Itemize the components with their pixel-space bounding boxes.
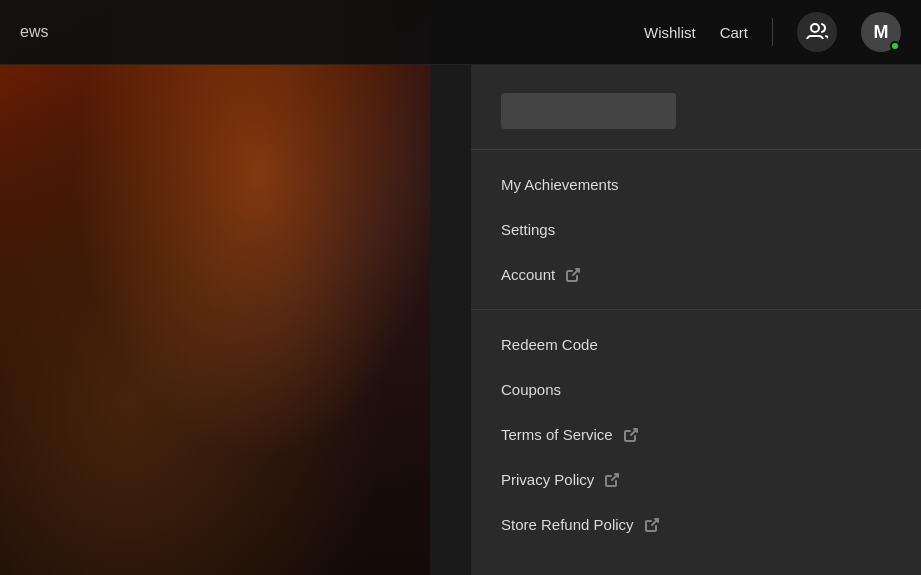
account-label: Account xyxy=(501,266,555,283)
svg-point-0 xyxy=(811,24,819,32)
refund-external-icon xyxy=(644,517,660,533)
navbar: ews Wishlist Cart M xyxy=(0,0,921,65)
user-dropdown-panel: My Achievements Settings Account Redeem … xyxy=(471,65,921,575)
menu-section-1: My Achievements Settings Account xyxy=(471,150,921,310)
user-info-section xyxy=(471,65,921,150)
menu-section-2: Redeem Code Coupons Terms of Service Pri… xyxy=(471,310,921,559)
external-link-icon xyxy=(565,267,581,283)
menu-item-refund[interactable]: Store Refund Policy xyxy=(471,502,921,547)
menu-item-redeem[interactable]: Redeem Code xyxy=(471,322,921,367)
tos-external-icon xyxy=(623,427,639,443)
cart-link[interactable]: Cart xyxy=(720,24,748,41)
menu-item-tos[interactable]: Terms of Service xyxy=(471,412,921,457)
wishlist-link[interactable]: Wishlist xyxy=(644,24,696,41)
tos-label: Terms of Service xyxy=(501,426,613,443)
redeem-label: Redeem Code xyxy=(501,336,598,353)
avatar-button[interactable]: M xyxy=(861,12,901,52)
menu-item-privacy[interactable]: Privacy Policy xyxy=(471,457,921,502)
menu-item-achievements[interactable]: My Achievements xyxy=(471,162,921,207)
achievements-label: My Achievements xyxy=(501,176,619,193)
friends-button[interactable] xyxy=(797,12,837,52)
menu-item-settings[interactable]: Settings xyxy=(471,207,921,252)
coupons-label: Coupons xyxy=(501,381,561,398)
refund-label: Store Refund Policy xyxy=(501,516,634,533)
privacy-label: Privacy Policy xyxy=(501,471,594,488)
privacy-external-icon xyxy=(604,472,620,488)
menu-item-account[interactable]: Account xyxy=(471,252,921,297)
avatar-letter: M xyxy=(874,22,889,43)
nav-divider xyxy=(772,18,773,46)
navbar-right: Wishlist Cart M xyxy=(644,12,901,52)
background-image xyxy=(0,0,430,575)
settings-label: Settings xyxy=(501,221,555,238)
user-info-bar xyxy=(501,93,676,129)
online-indicator xyxy=(890,41,900,51)
menu-item-coupons[interactable]: Coupons xyxy=(471,367,921,412)
nav-left-text: ews xyxy=(20,23,48,41)
people-icon xyxy=(806,21,828,44)
